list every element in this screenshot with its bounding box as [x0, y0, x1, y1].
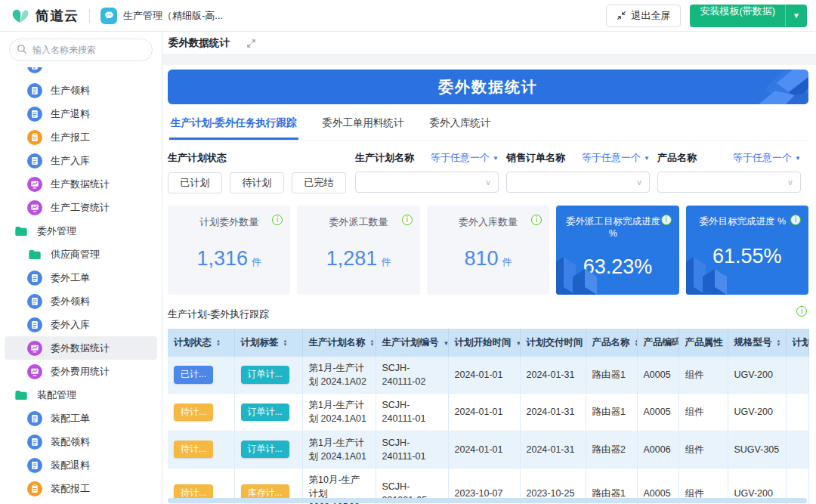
logo-leaf-icon [11, 7, 30, 25]
column-header-3[interactable]: 生产计划编号▼ [376, 329, 448, 357]
install-template-split-button: 安装模板(带数据) ▼ [690, 5, 807, 27]
sidebar-item-装配报工[interactable]: 装配报工 [5, 477, 157, 500]
status-filter-button[interactable]: 待计划 [230, 172, 284, 193]
install-template-dropdown[interactable]: ▼ [785, 5, 807, 27]
doc-icon [27, 317, 42, 332]
sidebar-item-装配领料[interactable]: 装配领料 [5, 430, 157, 453]
filter-select[interactable]: ∨ [657, 172, 801, 193]
status-filter-button[interactable]: 已完结 [292, 172, 346, 193]
sidebar-item-partial[interactable] [5, 67, 157, 77]
cell-product-attr: 组件 [678, 431, 728, 468]
sidebar-item-生产退料[interactable]: 生产退料 [5, 102, 157, 125]
column-label: 规格型号 [734, 337, 772, 348]
sidebar-item-委外领料[interactable]: 委外领料 [5, 289, 157, 313]
doc-icon [27, 458, 42, 473]
table-info-icon[interactable]: i [796, 306, 807, 317]
column-header-7[interactable]: 产品编码▲ [637, 329, 678, 357]
table-row[interactable]: 已计...订单计...第1月-生产计划 2024.1A02SCJH-240111… [168, 357, 808, 394]
exit-fullscreen-button[interactable]: 退出全屏 [606, 5, 681, 27]
filter-operator-link[interactable]: 等于任意一个▼ [733, 151, 801, 165]
sidebar-item-label: 委外费用统计 [51, 365, 110, 379]
sidebar-item-label: 委外工单 [51, 271, 90, 285]
sidebar-item-装配退料[interactable]: 装配退料 [5, 453, 157, 477]
sidebar-item-委外工单[interactable]: 委外工单 [5, 266, 157, 289]
app-name: 生产管理（精细版-高... [123, 9, 223, 23]
column-header-9[interactable]: 规格型号▲▼ [728, 329, 786, 357]
expand-fullscreen-icon[interactable] [246, 39, 256, 48]
horizontal-scrollbar[interactable] [168, 498, 807, 503]
sidebar-item-label: 委外数据统计 [51, 342, 110, 355]
filter-operator-link[interactable]: 等于任意一个▼ [582, 151, 650, 165]
info-icon[interactable]: i [402, 215, 413, 225]
banner-title: 委外数据统计 [438, 77, 538, 97]
table-row[interactable]: 待计...订单计...第1月-生产计划 2024.1A01SCJH-240111… [168, 394, 808, 431]
sidebar-item-生产数据统计[interactable]: 生产数据统计 [5, 172, 157, 196]
column-header-6[interactable]: 产品名称▲▼ [586, 329, 637, 357]
column-label: 产品名称 [592, 337, 630, 348]
column-label: 计划 [793, 337, 809, 348]
column-header-1[interactable]: 计划标签▲▼ [234, 329, 302, 357]
report-tab-0[interactable]: 生产计划-委外任务执行跟踪 [169, 115, 298, 140]
info-icon[interactable]: i [790, 215, 801, 225]
filter-label: 销售订单名称 [506, 151, 565, 165]
column-label: 产品属性 [685, 337, 723, 348]
cell-plan-name: 第1月-生产计划 2024.1A01 [302, 431, 376, 468]
table-row[interactable]: 待计...订单计...第1月-生产计划 2024.1A01SCJH-240111… [168, 431, 808, 468]
column-header-4[interactable]: 计划开始时间▼ [448, 329, 520, 357]
folder-icon [27, 247, 42, 262]
jiandaoyun-logo[interactable]: 简道云 [11, 7, 79, 25]
sidebar-item-生产领料[interactable]: 生产领料 [5, 79, 157, 102]
table-title: 生产计划-委外执行跟踪 [168, 308, 808, 321]
sort-both-icon[interactable]: ▲▼ [216, 339, 221, 347]
sidebar-item-生产入库[interactable]: 生产入库 [5, 149, 157, 172]
caret-down-icon: ▼ [644, 155, 650, 162]
sidebar-item-委外数据统计[interactable]: 委外数据统计 [5, 336, 157, 360]
column-header-2[interactable]: 生产计划名称▲▼ [302, 329, 376, 357]
sidebar-item-委外管理[interactable]: 委外管理 [5, 219, 157, 243]
sort-both-icon[interactable]: ▲▼ [283, 339, 288, 347]
app-tab[interactable]: 生产管理（精细版-高... [100, 8, 223, 24]
filter-label: 产品名称 [657, 151, 697, 165]
info-icon[interactable]: i [661, 215, 672, 225]
sidebar: 生产领料生产退料生产报工生产入库生产数据统计生产工资统计委外管理供应商管理委外工… [0, 32, 162, 504]
tag-badge: 订单计... [241, 366, 289, 383]
sidebar-item-生产工资统计[interactable]: 生产工资统计 [5, 196, 157, 219]
sort-desc-icon[interactable]: ▼ [444, 340, 449, 347]
column-header-10[interactable]: 计划 [786, 329, 808, 357]
sidebar-item-装配管理[interactable]: 装配管理 [5, 383, 157, 407]
doc-icon [27, 153, 42, 169]
filter-select[interactable]: ∨ [506, 172, 650, 193]
sort-desc-icon[interactable]: ▼ [516, 340, 521, 347]
report-tab-2[interactable]: 委外入库统计 [428, 115, 493, 140]
column-header-8[interactable]: 产品属性▲▼ [678, 329, 728, 357]
sort-both-icon[interactable]: ▲▼ [635, 339, 638, 347]
column-header-5[interactable]: 计划交付时间▲▼ [520, 329, 586, 357]
stat-card-value: 1,281件 [297, 247, 419, 271]
column-label: 生产计划名称 [309, 337, 366, 348]
table-section: 生产计划-委外执行跟踪 i 计划状态▲▼计划标签▲▼生产计划名称▲▼生产计划编号… [168, 308, 808, 504]
sidebar-item-label: 供应商管理 [51, 248, 100, 261]
page-tab[interactable]: 委外数据统计 [168, 36, 230, 50]
sidebar-item-装配工单[interactable]: 装配工单 [5, 407, 157, 430]
filter-operator-link[interactable]: 等于任意一个▼ [431, 151, 499, 165]
content-gap [162, 55, 816, 65]
install-template-button[interactable]: 安装模板(带数据) [690, 5, 785, 27]
sort-both-icon[interactable]: ▲▼ [777, 339, 781, 347]
sidebar-item-生产报工[interactable]: 生产报工 [5, 125, 157, 149]
column-header-0[interactable]: 计划状态▲▼ [168, 329, 234, 357]
cell-plan-no: SCJH-240111-02 [376, 357, 448, 394]
filter-select[interactable]: ∨ [355, 172, 499, 193]
report-icon [27, 130, 42, 145]
sidebar-item-label: 生产退料 [51, 107, 90, 121]
cell-product: 路由器2 [586, 431, 637, 468]
report-tab-1[interactable]: 委外工单用料统计 [321, 115, 406, 140]
filter-group: 销售订单名称等于任意一个▼∨ [506, 151, 650, 193]
sort-both-icon[interactable]: ▲▼ [370, 339, 375, 347]
sidebar-item-委外入库[interactable]: 委外入库 [5, 313, 157, 336]
status-filter-button[interactable]: 已计划 [168, 172, 222, 193]
stat-card-value: 1,316件 [168, 247, 290, 271]
sidebar-item-委外费用统计[interactable]: 委外费用统计 [5, 360, 157, 383]
sidebar-menu: 生产领料生产退料生产报工生产入库生产数据统计生产工资统计委外管理供应商管理委外工… [0, 66, 162, 500]
search-input[interactable] [9, 39, 153, 61]
sidebar-item-供应商管理[interactable]: 供应商管理 [5, 243, 157, 266]
